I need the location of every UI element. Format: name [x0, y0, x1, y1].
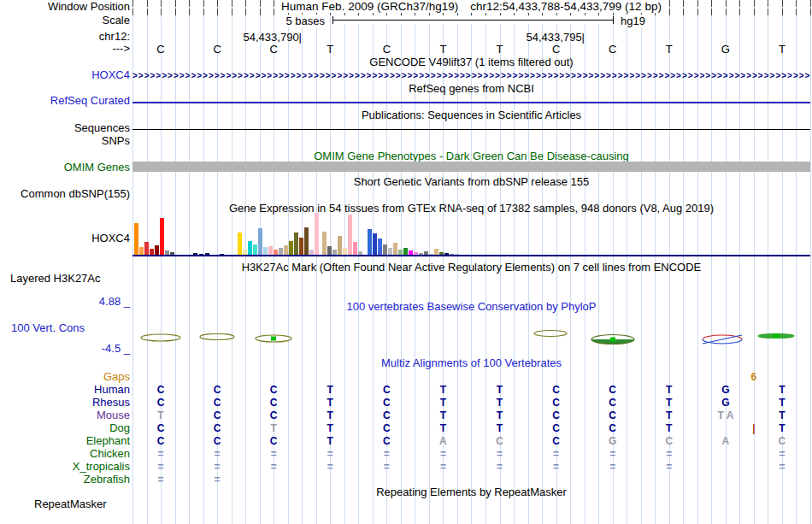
alignment-cell: T [302, 435, 358, 448]
alignment-cell: T [415, 422, 471, 435]
refseq-gene-line[interactable] [132, 102, 810, 103]
alignment-cell: C [189, 435, 245, 448]
conservation-max-label: 4.88 _ [99, 296, 130, 308]
multiz-track-header[interactable]: Multiz Alignments of 100 Vertebrates [132, 357, 810, 369]
alignment-cell: T [472, 397, 528, 409]
conservation-label[interactable]: 100 Vert. Cons [11, 322, 85, 334]
dbsnp-label[interactable]: Common dbSNP(155) [21, 188, 130, 200]
alignment-cell: C [189, 384, 245, 397]
alignment-cell: = [358, 461, 415, 474]
ruler-base: T [302, 43, 358, 56]
ruler-base: C [245, 43, 302, 56]
scale-row-label: Scale [102, 15, 130, 26]
gtex-expression-bar [322, 232, 327, 256]
alignment-cell: G [697, 384, 754, 397]
alignment-cell: T [472, 422, 528, 435]
alignment-cell: T [472, 384, 528, 397]
gtex-expression-bar [315, 213, 319, 256]
conservation-glyph [703, 339, 742, 344]
refseq-track-header[interactable]: RefSeq genes from NCBI [132, 83, 810, 95]
dbsnp-track-header[interactable]: Short Genetic Variants from dbSNP releas… [132, 176, 810, 188]
window-position-label: Window Position [48, 1, 130, 13]
ruler-base: T [415, 43, 471, 56]
species-label-x_tropicalis[interactable]: X_tropicalis [73, 461, 130, 473]
ruler-base: T [472, 43, 528, 56]
omim-gene-bar[interactable] [132, 162, 810, 172]
ruler-base: C [528, 43, 585, 56]
gtex-expression-bar [304, 227, 309, 256]
alignment-cell: C [585, 397, 641, 409]
alignment-cell: C [641, 435, 697, 448]
assembly-label: hg19 [618, 15, 648, 27]
ruler-base: C [189, 43, 245, 56]
species-label-rhesus[interactable]: Rhesus [92, 397, 130, 409]
gencode-gene-label[interactable]: HOXC4 [91, 69, 130, 81]
sequences-label[interactable]: Sequences [74, 122, 130, 134]
alignment-cell: = [189, 448, 245, 461]
publications-track-header[interactable]: Publications: Sequences in Scientific Ar… [132, 109, 810, 121]
omim-track-header[interactable]: OMIM Gene Phenotypes - Dark Green Can Be… [132, 150, 810, 162]
species-label-chicken[interactable]: Chicken [90, 448, 130, 460]
h3k27ac-label[interactable]: Layered H3K27Ac [10, 273, 101, 285]
species-label-human[interactable]: Human [94, 384, 130, 396]
gtex-expression-bar [299, 238, 303, 256]
alignment-cell: T [472, 409, 528, 422]
ruler-base: T [641, 43, 697, 56]
gtex-expression-barchart[interactable] [132, 209, 810, 256]
sequences-item-line[interactable] [132, 129, 810, 130]
alignment-cell: = [358, 448, 415, 461]
alignment-cell: T [754, 384, 810, 397]
conservation-track-header[interactable]: 100 vertebrates Basewise Conservation by… [132, 301, 810, 313]
snps-label[interactable]: SNPs [102, 135, 130, 147]
alignment-cell: C [189, 397, 245, 409]
alignment-cell: = [754, 461, 810, 474]
gtex-expression-bar [393, 243, 397, 256]
alignment-cell: C [245, 435, 302, 448]
repeatmasker-track-header[interactable]: Repeating Elements by RepeatMasker [132, 486, 810, 498]
conservation-glyph [200, 334, 234, 340]
gtex-baseline [132, 255, 810, 256]
alignment-cell: T [302, 422, 358, 435]
alignment-cell: T [415, 384, 471, 397]
alignment-cell: C [132, 435, 189, 448]
species-label-elephant[interactable]: Elephant [86, 435, 130, 447]
scale-bar [332, 16, 614, 24]
conservation-glyph [610, 338, 615, 342]
alignment-cell: C [245, 397, 302, 409]
alignment-cell: = [415, 448, 471, 461]
gtex-expression-bar [338, 236, 342, 256]
alignment-cell: G [585, 435, 641, 448]
gtex-gene-label[interactable]: HOXC4 [91, 233, 130, 244]
hoxc4-gene-body[interactable]: >>>>>>>>>>>>>>>>>>>>>>>>>>>>>>>>>>>>>>>>… [132, 71, 810, 80]
omim-genes-label[interactable]: OMIM Genes [64, 162, 130, 174]
ruler-base: C [132, 43, 189, 56]
strand-arrow-label: ---> [112, 43, 130, 55]
alignment-cell: T [754, 409, 810, 422]
species-label-zebrafish[interactable]: Zebrafish [84, 474, 130, 486]
alignment-cell: T [754, 422, 810, 435]
alignment-cell: = [641, 448, 697, 461]
alignment-cell: C [528, 435, 585, 448]
conservation-plot[interactable] [132, 323, 810, 352]
alignment-cell: = [245, 461, 302, 474]
alignment-cell: T [641, 384, 697, 397]
gtex-expression-bar [289, 241, 293, 256]
alignment-cell: = [302, 448, 358, 461]
h3k27ac-track-header[interactable]: H3K27Ac Mark (Often Found Near Active Re… [132, 262, 810, 274]
alignment-cell: = [585, 461, 641, 474]
species-label-dog[interactable]: Dog [109, 422, 130, 434]
ruler-base: G [697, 43, 754, 56]
gencode-track-header[interactable]: GENCODE V49lift37 (1 items filtered out) [132, 56, 810, 68]
species-label-gaps[interactable]: Gaps [103, 371, 130, 383]
chromosome-label: chr12: [99, 31, 130, 43]
gtex-expression-bar [248, 241, 252, 256]
alignment-cell: C [528, 384, 585, 397]
alignment-cell: T [245, 422, 302, 435]
species-label-mouse[interactable]: Mouse [97, 409, 130, 421]
gtex-expression-bar [368, 229, 372, 256]
conservation-glyph [774, 334, 779, 339]
refseq-curated-label[interactable]: RefSeq Curated [50, 95, 130, 107]
repeatmasker-label[interactable]: RepeatMasker [34, 498, 107, 510]
alignment-cell: C [585, 384, 641, 397]
alignment-cell: C [132, 422, 189, 435]
